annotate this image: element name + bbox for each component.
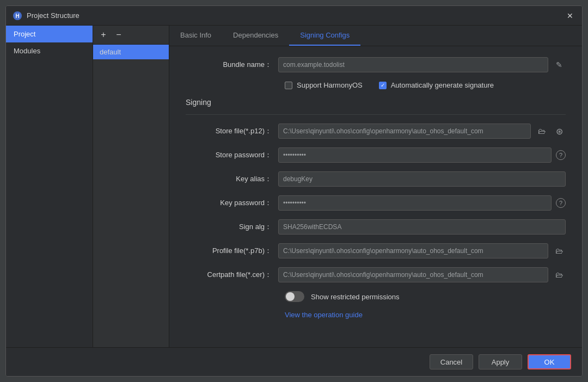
toggle-knob xyxy=(286,292,295,301)
dialog: H Project Structure ✕ Project Modules + … xyxy=(5,5,583,377)
signing-section-title: Signing xyxy=(186,98,566,107)
cancel-button[interactable]: Cancel xyxy=(430,354,473,369)
fingerprint-icon[interactable]: ⊛ xyxy=(553,125,566,138)
certpath-file-label: Certpath file(*.cer)： xyxy=(186,270,278,280)
sign-alg-input-wrap xyxy=(278,219,566,235)
store-password-row: Store password： ? xyxy=(186,147,566,163)
support-harmony-box xyxy=(285,82,292,89)
dialog-title: Project Structure xyxy=(27,11,565,20)
bottom-bar: Cancel Apply OK xyxy=(6,347,582,376)
store-file-browse-icon[interactable]: 🗁 xyxy=(535,125,548,138)
store-password-input-wrap: ? xyxy=(278,147,566,163)
section-divider xyxy=(186,114,566,115)
tab-basic-info[interactable]: Basic Info xyxy=(169,26,222,46)
profile-file-label: Profile file(*.p7b)： xyxy=(186,246,278,256)
certpath-file-row: Certpath file(*.cer)： 🗁 xyxy=(186,267,566,282)
profile-file-input-wrap: 🗁 xyxy=(278,243,566,258)
svg-text:H: H xyxy=(15,13,19,19)
key-alias-input[interactable] xyxy=(278,171,566,187)
key-alias-row: Key alias： xyxy=(186,171,566,187)
remove-button[interactable]: − xyxy=(113,29,125,41)
key-password-label: Key password： xyxy=(186,198,278,208)
store-password-help-icon[interactable]: ? xyxy=(556,150,566,160)
add-button[interactable]: + xyxy=(97,29,109,41)
show-restricted-toggle[interactable] xyxy=(285,291,304,302)
bundle-name-row: Bundle name： ✎ xyxy=(186,57,566,72)
store-file-input[interactable] xyxy=(278,124,531,139)
title-bar: H Project Structure ✕ xyxy=(6,6,582,26)
sign-alg-label: Sign alg： xyxy=(186,222,278,232)
support-harmony-label: Support HarmonyOS xyxy=(297,81,363,89)
middle-toolbar: + − xyxy=(93,26,169,45)
sidebar-item-modules[interactable]: Modules xyxy=(6,42,93,59)
show-restricted-label: Show restricted permissions xyxy=(311,293,400,301)
tab-signing-configs[interactable]: Signing Configs xyxy=(289,26,360,46)
support-harmony-checkbox[interactable]: Support HarmonyOS xyxy=(285,81,363,89)
certpath-file-input[interactable] xyxy=(278,267,548,282)
sidebar: Project Modules xyxy=(6,26,93,347)
auto-generate-box: ✓ xyxy=(379,82,387,89)
checkboxes-row: Support HarmonyOS ✓ Automatically genera… xyxy=(186,81,566,89)
ok-button[interactable]: OK xyxy=(528,354,571,369)
apply-button[interactable]: Apply xyxy=(479,354,522,369)
close-button[interactable]: ✕ xyxy=(565,10,575,21)
store-password-label: Store password： xyxy=(186,150,278,160)
key-alias-input-wrap xyxy=(278,171,566,187)
auto-generate-checkbox[interactable]: ✓ Automatically generate signature xyxy=(379,81,494,89)
bundle-name-input[interactable] xyxy=(278,57,548,72)
store-password-input[interactable] xyxy=(278,147,552,163)
restricted-permissions-row: Show restricted permissions xyxy=(186,291,566,302)
key-password-row: Key password： ? xyxy=(186,195,566,211)
profile-file-row: Profile file(*.p7b)： 🗁 xyxy=(186,243,566,258)
bundle-name-label: Bundle name： xyxy=(186,60,278,70)
tabs-bar: Basic Info Dependencies Signing Configs xyxy=(169,26,582,46)
key-password-input-wrap: ? xyxy=(278,195,566,211)
middle-panel: + − default xyxy=(93,26,169,347)
store-file-row: Store file(*.p12)： 🗁 ⊛ xyxy=(186,124,566,139)
form-area: Bundle name： ✎ Support HarmonyOS ✓ Autom… xyxy=(169,46,582,347)
tab-dependencies[interactable]: Dependencies xyxy=(222,26,289,46)
module-default-item[interactable]: default xyxy=(93,45,169,59)
key-password-input[interactable] xyxy=(278,195,552,211)
key-alias-label: Key alias： xyxy=(186,174,278,184)
bundle-name-input-wrap: ✎ xyxy=(278,57,566,72)
edit-icon[interactable]: ✎ xyxy=(553,58,566,71)
sign-alg-row: Sign alg： xyxy=(186,219,566,235)
content-area: Project Modules + − default Basic Info D… xyxy=(6,26,582,347)
view-guide-link[interactable]: View the operation guide xyxy=(186,311,566,319)
profile-file-browse-icon[interactable]: 🗁 xyxy=(553,244,566,257)
app-icon: H xyxy=(13,11,22,21)
key-password-help-icon[interactable]: ? xyxy=(556,198,566,208)
sign-alg-input[interactable] xyxy=(278,219,566,235)
store-file-input-wrap: 🗁 ⊛ xyxy=(278,124,566,139)
certpath-file-input-wrap: 🗁 xyxy=(278,267,566,282)
profile-file-input[interactable] xyxy=(278,243,548,258)
main-panel: Basic Info Dependencies Signing Configs … xyxy=(169,26,582,347)
store-file-label: Store file(*.p12)： xyxy=(186,126,278,136)
sidebar-item-project[interactable]: Project xyxy=(6,26,93,42)
certpath-file-browse-icon[interactable]: 🗁 xyxy=(553,268,566,281)
auto-generate-label: Automatically generate signature xyxy=(391,81,494,89)
